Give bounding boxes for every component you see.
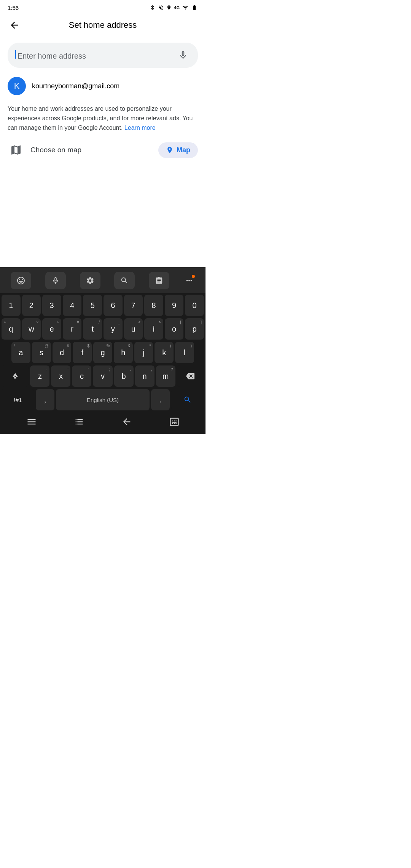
key-j[interactable]: *j bbox=[134, 342, 153, 363]
key-z[interactable]: -z bbox=[30, 365, 49, 387]
search-bar[interactable]: Enter home address bbox=[8, 43, 198, 68]
account-row: K kourtneyborman@gmail.com bbox=[8, 75, 198, 97]
account-email: kourtneyborman@gmail.com bbox=[32, 82, 119, 90]
key-v[interactable]: ;v bbox=[93, 365, 112, 387]
nav-bar bbox=[0, 411, 206, 434]
key-p[interactable]: ]p bbox=[185, 318, 204, 340]
key-d[interactable]: #d bbox=[53, 342, 72, 363]
key-2[interactable]: 2 bbox=[22, 295, 41, 316]
key-8[interactable]: 8 bbox=[144, 295, 163, 316]
qwerty-row-2: !a @s #d $f %g &h *j (k )l bbox=[0, 340, 206, 364]
key-r[interactable]: =r bbox=[63, 318, 82, 340]
choose-on-map-label: Choose on map bbox=[30, 146, 152, 154]
network-icon: 4G bbox=[174, 5, 180, 10]
mic-toolbar-key[interactable] bbox=[45, 272, 66, 289]
bluetooth-icon bbox=[150, 5, 156, 11]
search-action-key[interactable] bbox=[171, 389, 204, 410]
key-q[interactable]: +q bbox=[2, 318, 21, 340]
key-f[interactable]: $f bbox=[73, 342, 92, 363]
key-k[interactable]: (k bbox=[155, 342, 174, 363]
search-input[interactable]: Enter home address bbox=[15, 50, 171, 61]
key-x[interactable]: 'x bbox=[51, 365, 70, 387]
signal-icon bbox=[182, 5, 189, 11]
shift-key[interactable] bbox=[2, 365, 29, 387]
period-key[interactable]: . bbox=[151, 389, 170, 410]
back-button[interactable] bbox=[6, 17, 23, 34]
keyboard-toolbar bbox=[0, 267, 206, 293]
key-0[interactable]: 0 bbox=[185, 295, 204, 316]
emoji-key[interactable] bbox=[11, 272, 31, 289]
app-bar: Set home address bbox=[0, 14, 206, 37]
map-button-label: Map bbox=[177, 146, 190, 154]
clipboard-key[interactable] bbox=[149, 272, 169, 289]
keyboard: 1 2 3 4 5 6 7 8 9 0 +q ×w ÷e =r /t _y <u… bbox=[0, 267, 206, 434]
nav-home-button[interactable] bbox=[68, 415, 91, 429]
svg-rect-0 bbox=[14, 377, 16, 379]
key-6[interactable]: 6 bbox=[104, 295, 123, 316]
mute-icon bbox=[158, 5, 164, 11]
notification-dot bbox=[192, 275, 195, 278]
status-time: 1:56 bbox=[8, 5, 19, 11]
qwerty-row-3: -z 'x "c ;v .b ,n ?m bbox=[0, 364, 206, 388]
battery-icon bbox=[191, 5, 198, 11]
key-n[interactable]: ,n bbox=[135, 365, 155, 387]
page-title: Set home address bbox=[23, 20, 183, 30]
content-area: Enter home address K kourtneyborman@gmai… bbox=[0, 37, 206, 267]
voice-input-button[interactable] bbox=[176, 48, 190, 62]
backspace-key[interactable] bbox=[177, 365, 204, 387]
key-3[interactable]: 3 bbox=[42, 295, 61, 316]
learn-more-link[interactable]: Learn more bbox=[124, 124, 156, 131]
settings-key[interactable] bbox=[80, 272, 100, 289]
nav-menu-button[interactable] bbox=[20, 415, 43, 429]
key-7[interactable]: 7 bbox=[124, 295, 143, 316]
key-m[interactable]: ?m bbox=[156, 365, 175, 387]
more-options-key[interactable] bbox=[183, 275, 195, 286]
bottom-row: !#1 , English (US) . bbox=[0, 388, 206, 411]
key-1[interactable]: 1 bbox=[2, 295, 21, 316]
location-icon bbox=[166, 5, 172, 11]
space-key[interactable]: English (US) bbox=[56, 389, 150, 410]
qwerty-row-1: +q ×w ÷e =r /t _y <u >i [o ]p bbox=[0, 317, 206, 340]
nav-keyboard-button[interactable] bbox=[163, 415, 186, 429]
key-4[interactable]: 4 bbox=[63, 295, 82, 316]
key-9[interactable]: 9 bbox=[165, 295, 184, 316]
key-s[interactable]: @s bbox=[32, 342, 51, 363]
nav-back-button[interactable] bbox=[115, 415, 138, 429]
key-u[interactable]: <u bbox=[124, 318, 143, 340]
status-bar: 1:56 4G bbox=[0, 0, 206, 14]
text-cursor bbox=[15, 50, 16, 59]
map-button[interactable]: Map bbox=[158, 142, 198, 158]
status-icons: 4G bbox=[150, 5, 198, 11]
avatar: K bbox=[8, 77, 26, 95]
description-text: Your home and work addresses are used to… bbox=[8, 104, 198, 132]
key-t[interactable]: /t bbox=[83, 318, 102, 340]
key-i[interactable]: >i bbox=[144, 318, 163, 340]
map-icon bbox=[8, 142, 24, 158]
key-h[interactable]: &h bbox=[114, 342, 133, 363]
map-row: Choose on map Map bbox=[8, 140, 198, 160]
description-body: Your home and work addresses are used to… bbox=[8, 105, 193, 131]
search-key[interactable] bbox=[114, 272, 135, 289]
key-e[interactable]: ÷e bbox=[42, 318, 61, 340]
key-b[interactable]: .b bbox=[114, 365, 134, 387]
key-y[interactable]: _y bbox=[104, 318, 123, 340]
number-row: 1 2 3 4 5 6 7 8 9 0 bbox=[0, 293, 206, 317]
comma-key[interactable]: , bbox=[36, 389, 54, 410]
key-g[interactable]: %g bbox=[93, 342, 112, 363]
key-a[interactable]: !a bbox=[11, 342, 30, 363]
key-o[interactable]: [o bbox=[165, 318, 184, 340]
key-5[interactable]: 5 bbox=[83, 295, 102, 316]
key-w[interactable]: ×w bbox=[22, 318, 41, 340]
key-c[interactable]: "c bbox=[72, 365, 91, 387]
symbols-key[interactable]: !#1 bbox=[2, 389, 34, 410]
key-l[interactable]: )l bbox=[175, 342, 194, 363]
